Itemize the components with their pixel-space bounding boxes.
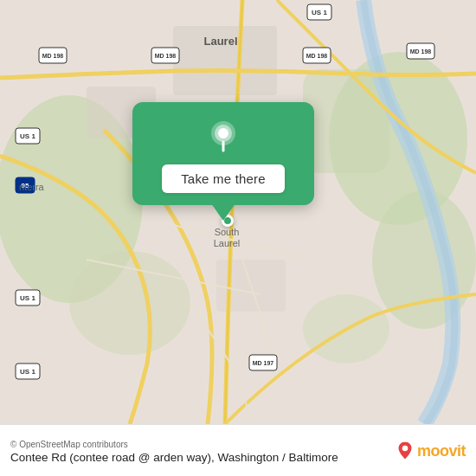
svg-point-5	[69, 251, 190, 355]
take-me-there-button[interactable]: Take me there	[162, 164, 285, 193]
svg-text:MD 197: MD 197	[253, 360, 274, 366]
svg-text:Laurel: Laurel	[214, 238, 241, 248]
svg-text:MD 198: MD 198	[155, 53, 177, 59]
moovit-logo: moovit	[396, 441, 466, 460]
svg-text:MD 198: MD 198	[410, 48, 432, 55]
moovit-pin-icon	[396, 442, 414, 460]
svg-text:MD 198: MD 198	[42, 53, 64, 59]
svg-point-3	[372, 190, 476, 329]
moovit-brand-text: moovit	[417, 441, 466, 460]
svg-text:US 1: US 1	[20, 294, 35, 302]
svg-text:South: South	[215, 227, 240, 237]
popup-card: Take me there	[132, 102, 314, 205]
map-container: US 1 MD 198 MD 198 MD 198 MD 198 US 1 95…	[0, 0, 476, 424]
svg-point-37	[402, 446, 408, 452]
bottom-bar: © OpenStreetMap contributors Contee Rd (…	[0, 424, 476, 476]
svg-point-36	[218, 128, 228, 138]
svg-text:MD 198: MD 198	[306, 53, 328, 59]
svg-text:US 1: US 1	[20, 132, 35, 140]
svg-text:Laurel: Laurel	[203, 35, 237, 48]
svg-text:US 1: US 1	[312, 9, 327, 16]
map-pin-icon	[204, 118, 242, 156]
svg-text:nterra: nterra	[19, 182, 45, 192]
svg-text:US 1: US 1	[20, 368, 35, 376]
